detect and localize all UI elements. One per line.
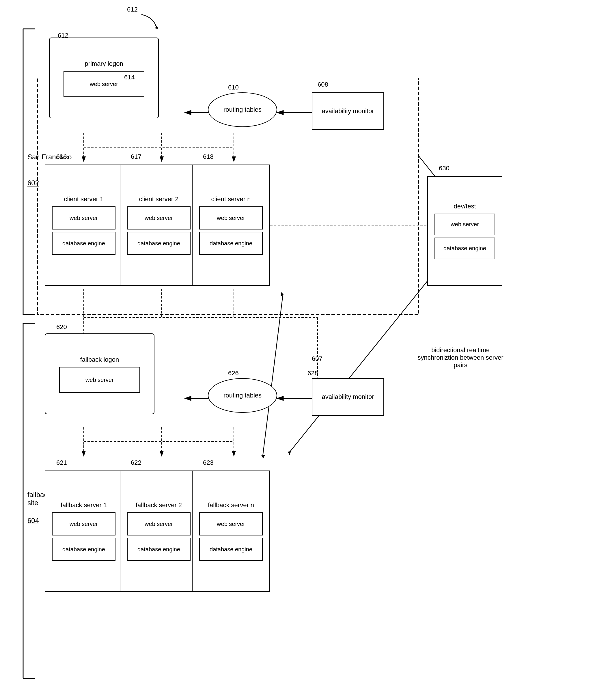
fallback-server-1-box: fallback server 1 web server database en… bbox=[45, 470, 123, 592]
sync-label: bidirectional realtime synchroniztion be… bbox=[413, 346, 508, 369]
svg-marker-30 bbox=[281, 292, 284, 296]
dev-test-web: web server bbox=[435, 214, 495, 235]
availability-monitor-top-label: availability monitor bbox=[320, 106, 377, 116]
fallback-server-n-web: web server bbox=[199, 512, 263, 535]
label-614: 614 bbox=[124, 74, 135, 81]
fallback-server-2-title: fallback server 2 bbox=[133, 500, 184, 510]
availability-monitor-bottom-label: availability monitor bbox=[320, 392, 377, 402]
primary-logon-title: primary logon bbox=[82, 59, 125, 69]
client-server-n-db: database engine bbox=[199, 232, 263, 255]
fallback-server-2-web: web server bbox=[127, 512, 191, 535]
fallback-server-1-web: web server bbox=[52, 512, 116, 535]
label-608: 608 bbox=[318, 81, 328, 88]
label-616: 616 bbox=[56, 153, 67, 161]
label-610: 610 bbox=[228, 84, 239, 91]
fallback-server-2-box: fallback server 2 web server database en… bbox=[120, 470, 198, 592]
fallback-server-1-db: database engine bbox=[52, 538, 116, 561]
label-600: 612 bbox=[127, 6, 138, 13]
client-server-n-title: client server n bbox=[209, 194, 253, 204]
fallback-server-n-box: fallback server n web server database en… bbox=[192, 470, 270, 592]
fallback-server-n-db: database engine bbox=[199, 538, 263, 561]
fallback-server-2-db: database engine bbox=[127, 538, 191, 561]
fallback-server-1-title: fallback server 1 bbox=[58, 500, 109, 510]
label-607: 607 bbox=[312, 355, 322, 363]
fallback-server-n-title: fallback server n bbox=[205, 500, 256, 510]
label-623: 623 bbox=[203, 459, 214, 466]
client-server-1-box: client server 1 web server database engi… bbox=[45, 165, 123, 286]
label-620: 620 bbox=[56, 323, 67, 331]
label-628: 628 bbox=[308, 369, 318, 377]
diagram: 612 San Francisco 602 fallbacksite 604 6… bbox=[0, 0, 593, 700]
routing-tables-bottom: routing tables bbox=[208, 378, 277, 413]
client-server-2-box: client server 2 web server database engi… bbox=[120, 165, 198, 286]
svg-line-29 bbox=[263, 294, 283, 456]
fallback-logon-box: fallback logon web server bbox=[45, 333, 154, 414]
label-626: 626 bbox=[228, 369, 239, 377]
primary-logon-box: primary logon web server bbox=[49, 38, 159, 118]
label-617: 617 bbox=[131, 153, 142, 161]
fallback-logon-title: fallback logon bbox=[78, 355, 122, 365]
availability-monitor-bottom: availability monitor bbox=[312, 378, 384, 416]
fallback-logon-web-server: web server bbox=[59, 367, 140, 393]
availability-monitor-top: availability monitor bbox=[312, 92, 384, 130]
client-server-1-web: web server bbox=[52, 206, 116, 230]
svg-marker-31 bbox=[261, 455, 265, 458]
svg-marker-7 bbox=[155, 26, 158, 29]
routing-tables-top: routing tables bbox=[208, 92, 277, 127]
dev-test-db: database engine bbox=[435, 238, 495, 259]
label-621: 621 bbox=[56, 459, 67, 466]
client-server-n-box: client server n web server database engi… bbox=[192, 165, 270, 286]
client-server-2-db: database engine bbox=[127, 232, 191, 255]
client-server-1-db: database engine bbox=[52, 232, 116, 255]
dev-test-title: dev/test bbox=[451, 202, 478, 211]
client-server-2-title: client server 2 bbox=[137, 194, 181, 204]
client-server-n-web: web server bbox=[199, 206, 263, 230]
client-server-2-web: web server bbox=[127, 206, 191, 230]
svg-marker-33 bbox=[288, 451, 291, 455]
client-server-1-title: client server 1 bbox=[62, 194, 106, 204]
label-630: 630 bbox=[439, 165, 449, 172]
label-604: 604 bbox=[28, 517, 39, 525]
label-602: 602 bbox=[28, 179, 39, 187]
label-622: 622 bbox=[131, 459, 142, 466]
dev-test-box: dev/test web server database engine bbox=[427, 176, 502, 286]
label-618: 618 bbox=[203, 153, 214, 161]
